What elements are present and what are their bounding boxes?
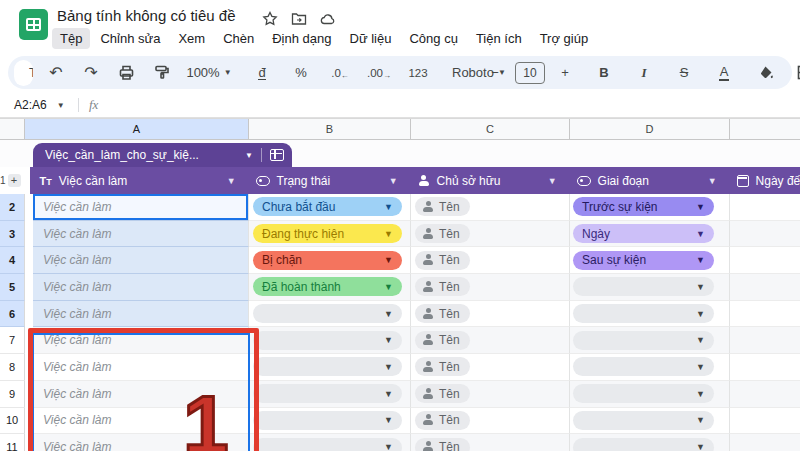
row-header[interactable]: 5 [0,274,25,301]
task-cell[interactable]: Việc cần làm [33,194,249,221]
increase-decimal-button[interactable]: .00→ [366,61,392,85]
stage-cell[interactable]: ▼ [570,274,730,301]
task-cell[interactable]: Việc cần làm [33,274,249,301]
owner-chip[interactable]: Tên [415,277,470,296]
header-task[interactable]: TT Việc cần làm ▼ [30,167,246,194]
status-cell[interactable]: Đang thực hiện▼ [249,221,411,248]
select-all-corner[interactable] [0,119,25,139]
menu-tien-ich[interactable]: Tiện ích [468,28,530,49]
header-due-date[interactable]: Ngày đến hạn [727,167,800,194]
status-cell[interactable]: Đã hoàn thành▼ [249,274,411,301]
print-button[interactable] [113,61,139,85]
zoom-select[interactable]: 100% ▼ [183,61,235,85]
due-date-cell[interactable] [730,194,800,221]
status-chip[interactable]: ▼ [253,411,402,430]
due-date-cell[interactable] [730,247,800,274]
due-date-cell[interactable] [730,434,800,451]
menu-chen[interactable]: Chèn [215,28,262,49]
italic-button[interactable]: I [631,61,657,85]
status-cell[interactable]: ▼ [249,434,411,451]
task-cell[interactable]: Việc cần làm [33,221,249,248]
sheets-logo-icon[interactable] [19,9,48,40]
strikethrough-button[interactable]: S [671,61,697,85]
owner-chip[interactable]: Tên [415,251,470,270]
status-cell[interactable]: ▼ [249,381,411,408]
increase-font-size-button[interactable]: + [552,61,578,85]
row-header[interactable]: 10 [0,408,25,435]
add-row-icon[interactable]: + [8,174,21,187]
owner-chip[interactable]: Tên [415,224,470,243]
owner-chip[interactable]: Tên [415,197,470,216]
redo-button[interactable]: ↷ [78,61,104,85]
owner-cell[interactable]: Tên [411,434,570,451]
star-icon[interactable] [262,11,278,27]
status-cell[interactable]: ▼ [249,408,411,435]
owner-cell[interactable]: Tên [411,301,570,328]
search-menus-button[interactable]: Trình đơn [14,60,33,86]
font-size-input[interactable]: 10 [515,62,545,84]
header-status[interactable]: Trạng thái ▼ [246,167,408,194]
due-date-cell[interactable] [730,274,800,301]
status-chip[interactable]: ▼ [253,304,402,323]
header-owner[interactable]: Chủ sở hữu ▼ [408,167,567,194]
owner-cell[interactable]: Tên [411,354,570,381]
menu-dinh-dang[interactable]: Định dạng [264,28,339,49]
stage-chip[interactable]: ▼ [573,304,714,323]
menu-xem[interactable]: Xem [170,28,213,49]
menu-cong-cu[interactable]: Công cụ [401,28,465,49]
stage-chip[interactable]: ▼ [573,331,714,350]
status-cell[interactable]: ▼ [249,354,411,381]
due-date-cell[interactable] [730,408,800,435]
stage-cell[interactable]: Trước sự kiện▼ [570,194,730,221]
column-header-d[interactable]: D [570,119,730,139]
status-chip[interactable]: ▼ [253,384,402,403]
status-chip[interactable]: Chưa bắt đầu▼ [253,197,402,216]
owner-cell[interactable]: Tên [411,274,570,301]
bold-button[interactable]: B [591,61,617,85]
text-color-button[interactable]: A [711,61,737,85]
status-chip[interactable]: ▼ [253,331,402,350]
status-cell[interactable]: Chưa bắt đầu▼ [249,194,411,221]
stage-cell[interactable]: ▼ [570,327,730,354]
status-chip[interactable]: Đang thực hiện▼ [253,224,402,243]
stage-chip[interactable]: Trước sự kiện▼ [573,197,714,216]
task-cell[interactable]: Việc cần làm [33,301,249,328]
stage-cell[interactable]: Sau sự kiện▼ [570,247,730,274]
number-format-button[interactable]: 123 [405,61,431,85]
stage-cell[interactable]: ▼ [570,354,730,381]
status-cell[interactable]: ▼ [249,327,411,354]
paint-format-button[interactable] [148,61,174,85]
row-header[interactable]: 3 [0,221,25,248]
stage-chip[interactable]: Ngày▼ [573,224,714,243]
stage-chip[interactable]: ▼ [573,411,714,430]
status-cell[interactable]: ▼ [249,301,411,328]
row-header[interactable]: 4 [0,247,25,274]
due-date-cell[interactable] [730,221,800,248]
owner-cell[interactable]: Tên [411,221,570,248]
due-date-cell[interactable] [730,381,800,408]
column-header-b[interactable]: B [249,119,411,139]
column-header-a[interactable]: A [25,119,249,139]
undo-button[interactable]: ↶ [43,61,69,85]
row-header[interactable]: 2 [0,194,25,221]
stage-cell[interactable]: ▼ [570,408,730,435]
task-cell[interactable]: Việc cần làm [33,247,249,274]
row-header-1[interactable]: 1 + [0,167,22,194]
owner-cell[interactable]: Tên [411,408,570,435]
column-header-c[interactable]: C [411,119,570,139]
stage-chip[interactable]: ▼ [573,277,714,296]
move-folder-icon[interactable] [291,11,307,27]
status-cell[interactable]: Bị chặn▼ [249,247,411,274]
owner-chip[interactable]: Tên [415,357,470,376]
due-date-cell[interactable] [730,354,800,381]
status-chip[interactable]: ▼ [253,438,402,451]
name-box[interactable]: A2:A6 ▼ [0,98,76,112]
stage-chip[interactable]: ▼ [573,384,714,403]
owner-cell[interactable]: Tên [411,194,570,221]
stage-chip[interactable]: ▼ [573,357,714,376]
owner-cell[interactable]: Tên [411,381,570,408]
menu-tep[interactable]: Tệp [52,28,90,49]
task-cell[interactable]: Việc cần làm [33,327,249,354]
header-stage[interactable]: Giai đoạn ▼ [567,167,727,194]
owner-chip[interactable]: Tên [415,304,470,323]
